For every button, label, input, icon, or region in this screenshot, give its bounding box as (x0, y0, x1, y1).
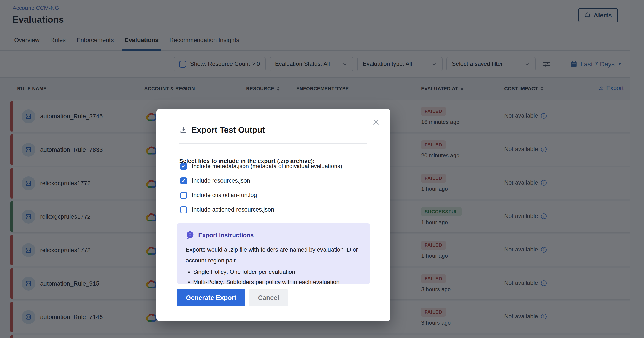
checkbox[interactable] (180, 177, 187, 184)
close-button[interactable] (372, 118, 380, 127)
export-file-option[interactable]: Include resources.json (180, 174, 342, 188)
download-icon (179, 126, 188, 134)
cancel-button[interactable]: Cancel (249, 289, 288, 307)
export-file-option[interactable]: Include custodian-run.log (180, 188, 342, 202)
export-file-option[interactable]: Include actioned-resources.json (180, 202, 342, 217)
instruction-bullet: Single Policy: One folder per evaluation (193, 267, 361, 277)
modal-title: Export Test Output (179, 125, 265, 135)
modal-actions: Generate Export Cancel (177, 289, 288, 307)
divider (179, 143, 367, 144)
modal-options: Include metadata.json (metadata of indiv… (180, 159, 342, 217)
export-instructions-box: Export Instructions Exports would a .zip… (177, 223, 370, 284)
info-bubble-icon (186, 231, 195, 240)
instruction-bullet: Multi-Policy: Subfolders per policy with… (193, 277, 361, 287)
option-label: Include custodian-run.log (192, 192, 257, 199)
modal-title-text: Export Test Output (191, 125, 265, 135)
checkbox[interactable] (180, 192, 187, 199)
checkbox[interactable] (180, 163, 187, 170)
instructions-list: Single Policy: One folder per evaluation… (187, 267, 361, 288)
export-modal: Export Test Output Select files to inclu… (156, 109, 390, 321)
generate-export-button[interactable]: Generate Export (177, 289, 245, 307)
checkbox[interactable] (180, 206, 187, 213)
instructions-header: Export Instructions (186, 231, 361, 240)
export-file-option[interactable]: Include metadata.json (metadata of indiv… (180, 159, 342, 174)
instructions-body: Exports would a .zip file with folders a… (186, 245, 361, 266)
option-label: Include resources.json (192, 177, 250, 184)
instructions-title: Export Instructions (198, 232, 254, 239)
option-label: Include actioned-resources.json (192, 206, 274, 213)
option-label: Include metadata.json (metadata of indiv… (192, 163, 342, 170)
